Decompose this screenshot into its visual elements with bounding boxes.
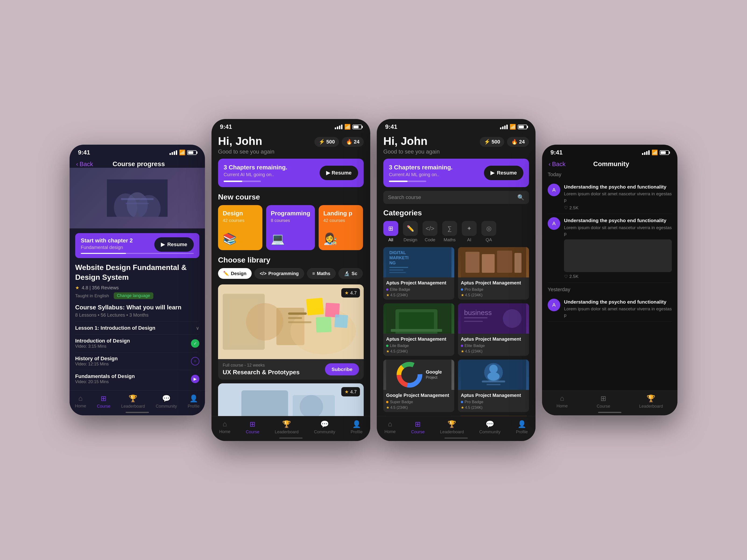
nav-home-label-3: Home: [384, 429, 396, 434]
chip-sc[interactable]: 🔬 Sc: [338, 268, 363, 279]
nav-course-2[interactable]: ⊞ Course: [246, 420, 259, 434]
all-tab-label: All: [388, 237, 393, 242]
nav-profile-2[interactable]: 👤 Profile: [351, 420, 363, 434]
leaderboard-icon-3: 🏆: [447, 420, 456, 428]
hero-svg: [107, 180, 168, 217]
all-tab-icon: ⊞: [383, 221, 398, 236]
svg-point-55: [489, 365, 498, 373]
course-grid-5[interactable]: Google Project Google Project Management…: [383, 359, 454, 412]
resume-button-3[interactable]: ▶ Resume: [484, 166, 523, 180]
course-icon: ⊞: [101, 394, 106, 402]
back-button-1[interactable]: ‹ Back: [76, 161, 93, 168]
course-icon-4: ⊞: [600, 394, 606, 402]
back-button-4[interactable]: ‹ Back: [548, 161, 565, 168]
chapter-resume-bar: ▶ Resume Start with chapter 2 Fundamenta…: [75, 233, 199, 258]
status-bar-1: 9:41 📶: [70, 145, 205, 158]
nav-community-2[interactable]: 💬 Community: [314, 420, 335, 434]
nav-profile-1[interactable]: 👤 Profile: [188, 394, 200, 409]
cat-tab-design[interactable]: ✏️ Design: [403, 221, 418, 242]
svg-rect-12: [288, 313, 307, 315]
course-grid-4[interactable]: business Aptus Project Management Elite …: [458, 303, 529, 356]
community-post-2[interactable]: A Understanding the psycho end functiona…: [548, 214, 672, 283]
nav-leaderboard-3[interactable]: 🏆 Leaderboard: [440, 420, 464, 434]
current-course-3: Current AI ML going on..: [389, 172, 453, 177]
search-bar-3[interactable]: Search course 🔍: [383, 191, 529, 204]
change-language-button[interactable]: Change language: [114, 292, 153, 299]
nav-profile-3[interactable]: 👤 Profile: [516, 420, 528, 434]
programming-chip-label: Programming: [268, 271, 299, 276]
nav-home-3[interactable]: ⌂ Home: [384, 420, 396, 434]
nav-community-3[interactable]: 💬 Community: [479, 420, 500, 434]
course-card-programming[interactable]: Programming 8 courses 💻: [266, 205, 315, 250]
nav-leaderboard-4[interactable]: 🏆 Leaderboard: [639, 394, 663, 409]
cat-tab-all[interactable]: ⊞ All: [383, 221, 398, 242]
nav-home-1[interactable]: ⌂ Home: [75, 394, 86, 409]
play-icon-3: ▶: [490, 170, 494, 176]
cat-tab-ai[interactable]: ✦ AI: [462, 221, 477, 242]
progress-bar-3: [389, 181, 426, 182]
search-input-3[interactable]: Search course: [388, 194, 515, 201]
greeting-sub-2: Good to see you again: [218, 149, 275, 155]
chip-programming[interactable]: </> Programming: [254, 268, 304, 279]
course-grid-3[interactable]: Aptus Project Management Lite Badge ★ 4.…: [383, 303, 454, 356]
post-body-2: Lorem ipsum dolor sit amet nascetur vive…: [564, 225, 672, 237]
nav-leaderboard-2[interactable]: 🏆 Leaderboard: [275, 420, 299, 434]
lesson-intro-title: Introduction of Design: [75, 338, 130, 344]
nav-course-3[interactable]: ⊞ Course: [411, 420, 424, 434]
home-icon-3: ⌂: [388, 420, 392, 428]
nav-leaderboard-1[interactable]: 🏆 Leaderboard: [121, 394, 145, 409]
syllabus-section: Course Syllabus: What you will learn 8 L…: [70, 299, 205, 388]
course-grid-6[interactable]: Aptus Project Management Pro Badge ★ 4.5…: [458, 359, 529, 412]
battery-2: [353, 125, 362, 129]
post-likes-1[interactable]: ♡ 2.5K: [564, 205, 672, 211]
nav-course-1[interactable]: ⊞ Course: [97, 394, 110, 409]
chip-maths[interactable]: ≡ Maths: [307, 268, 336, 279]
course-img-5: Google Project: [383, 359, 454, 390]
course-grid-2[interactable]: Aptus Project Management Pro Badge ★ 4.5…: [458, 247, 529, 300]
nav-home-4[interactable]: ⌂ Home: [557, 394, 568, 409]
resume-button-2[interactable]: ▶ Resume: [319, 166, 358, 180]
lesson-item[interactable]: Lesson 1: Introduction of Design ∨: [75, 322, 199, 335]
bottom-nav-4: ⌂ Home ⊞ Course 🏆 Leaderboard: [542, 390, 677, 415]
nav-community-1[interactable]: 💬 Community: [156, 394, 177, 409]
post-title-1: Understanding the psycho end functionali…: [564, 184, 672, 190]
lesson-item-fundamentals[interactable]: Fundamentals of Design Video: 20:15 Mins…: [75, 370, 199, 388]
course-card-design[interactable]: Design 42 courses 📚: [218, 205, 262, 250]
post-likes-2[interactable]: ♡ 2.5K: [564, 274, 672, 279]
cat-tab-qa[interactable]: ◎ QA: [481, 221, 496, 242]
subscribe-button-1[interactable]: Subcribe: [325, 363, 359, 375]
nav-course-4[interactable]: ⊞ Course: [597, 394, 610, 409]
lesson-item-history[interactable]: History of Design Video: 12:15 Mins ○: [75, 352, 199, 370]
course-img-3: [383, 303, 454, 334]
nav-profile-label-2: Profile: [351, 430, 363, 434]
course-card-landing[interactable]: Landing p 42 courses 👩‍🎨: [319, 205, 363, 250]
nav-home-label-2: Home: [219, 429, 230, 434]
library-chips: ✏️ Design </> Programming ≡ Maths 🔬 Sc: [218, 268, 364, 279]
phone-search: 9:41 📶 Hi, John Good to see you again: [377, 119, 536, 441]
resume-button-1[interactable]: ▶ Resume: [154, 237, 194, 252]
community-post-3[interactable]: A Understanding the psycho end functiona…: [548, 295, 672, 322]
course-title-3: Aptus Project Management: [386, 336, 452, 342]
lesson-item-intro[interactable]: Introduction of Design Video: 3:15 Mins …: [75, 335, 199, 352]
course-grid-1[interactable]: DIGITAL MARKETI NG Aptus Project Managem…: [383, 247, 454, 300]
status-icons-2: 📶: [335, 124, 362, 130]
wifi-icon-1: 📶: [179, 150, 185, 156]
featured-course-1[interactable]: ★ 4.7 Full course - 12 weeks UX Research…: [218, 285, 364, 380]
phone-course-progress: 9:41 📶 ‹ Back Course progress: [70, 145, 205, 415]
resume-card-2[interactable]: 3 Chapters remaining. Current AI ML goin…: [218, 159, 364, 187]
chip-design[interactable]: ✏️ Design: [218, 268, 252, 279]
resume-card-3[interactable]: 3 Chapters remaining. Current AI ML goin…: [383, 159, 529, 187]
circle-icon: ○: [191, 357, 199, 365]
rating-5: 4.5 (234K): [390, 405, 408, 410]
nav-home-2[interactable]: ⌂ Home: [219, 420, 230, 434]
badge-label-5: Super Badge: [390, 400, 413, 404]
featured-rating-badge-2: ★ 4.7: [341, 387, 360, 396]
cat-tab-maths[interactable]: ∑ Maths: [442, 221, 457, 242]
rating-6: 4.5 (234K): [465, 405, 483, 410]
check-icon: ✓: [191, 339, 199, 348]
community-icon-3: 💬: [486, 420, 494, 428]
cat-tab-code[interactable]: </> Code: [422, 221, 437, 242]
community-post-1[interactable]: A Understanding the psycho end functiona…: [548, 180, 672, 214]
lesson-history-title: History of Design: [75, 355, 118, 362]
rating-value-2: 4.7: [350, 389, 357, 395]
